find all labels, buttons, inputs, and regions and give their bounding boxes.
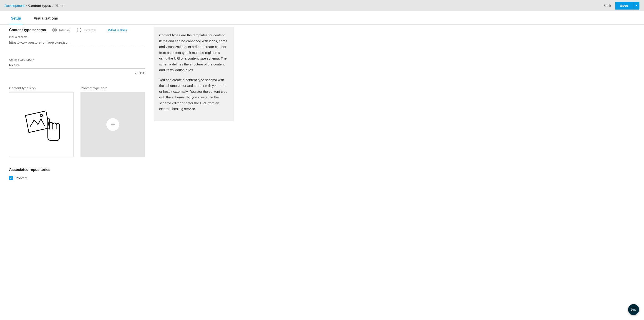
card-block: Content type card (80, 86, 145, 157)
content-type-card-box[interactable] (80, 92, 145, 157)
radio-internal-group[interactable]: Internal (52, 28, 70, 32)
breadcrumb-development[interactable]: Development (4, 4, 24, 7)
icon-block: Content type icon (9, 86, 74, 157)
svg-point-1 (632, 309, 633, 310)
save-button-group: Save (615, 2, 640, 9)
radio-external-label: External (84, 28, 96, 32)
what-is-this-link[interactable]: What is this? (108, 28, 128, 32)
svg-point-0 (40, 114, 42, 117)
label-counter: 7 / 120 (9, 71, 145, 75)
schema-url-input[interactable] (9, 39, 145, 46)
radio-internal-label: Internal (59, 28, 70, 32)
card-label: Content type card (80, 86, 145, 90)
repo-checkbox-content[interactable] (9, 176, 13, 180)
tab-setup[interactable]: Setup (9, 16, 23, 24)
chat-fab[interactable] (628, 304, 639, 315)
content-type-label-input[interactable] (9, 62, 145, 69)
help-panel: Content types are the templates for cont… (154, 27, 234, 121)
help-paragraph-2: You can create a content type schema wit… (159, 77, 229, 112)
breadcrumb-current: Picture (55, 4, 66, 7)
check-icon (10, 177, 12, 179)
schema-title: Content type schema (9, 28, 46, 32)
plus-icon (110, 122, 115, 127)
svg-point-3 (634, 309, 635, 310)
breadcrumb: Development / Content types / Picture (4, 4, 65, 7)
back-button[interactable]: Back (604, 4, 611, 7)
breadcrumb-sep: / (52, 4, 54, 7)
chevron-down-icon (635, 4, 638, 7)
top-actions: Back Save (604, 2, 640, 9)
repo-row: Content (9, 176, 145, 180)
icon-label: Content type icon (9, 86, 74, 90)
tabs-bar: Setup Visualizations (0, 11, 644, 24)
chat-icon (631, 307, 636, 312)
top-bar: Development / Content types / Picture Ba… (0, 0, 644, 11)
associated-repos-title: Associated repositories (9, 168, 145, 172)
svg-point-2 (633, 309, 634, 310)
radio-external[interactable] (77, 28, 82, 32)
add-card-button[interactable] (106, 118, 119, 131)
content-type-icon-box[interactable] (9, 92, 74, 157)
media-row: Content type icon Content type card (9, 86, 145, 157)
repo-label: Content (16, 176, 28, 180)
pick-schema-label: Pick a schema (9, 35, 145, 39)
breadcrumb-content-types[interactable]: Content types (28, 4, 51, 7)
content-type-label-title: Content type label * (9, 58, 145, 61)
radio-external-group[interactable]: External (77, 28, 96, 32)
save-dropdown-button[interactable] (633, 2, 640, 9)
radio-internal[interactable] (52, 28, 57, 32)
help-paragraph-1: Content types are the templates for cont… (159, 32, 229, 73)
tab-visualizations[interactable]: Visualizations (32, 16, 60, 24)
content-scroll[interactable]: Content type schema Internal External Wh… (0, 24, 644, 320)
breadcrumb-sep: / (26, 4, 27, 7)
picture-hand-icon (21, 107, 62, 142)
schema-row: Content type schema Internal External Wh… (9, 28, 145, 32)
save-button[interactable]: Save (615, 2, 633, 9)
main-column: Content type schema Internal External Wh… (0, 24, 154, 189)
